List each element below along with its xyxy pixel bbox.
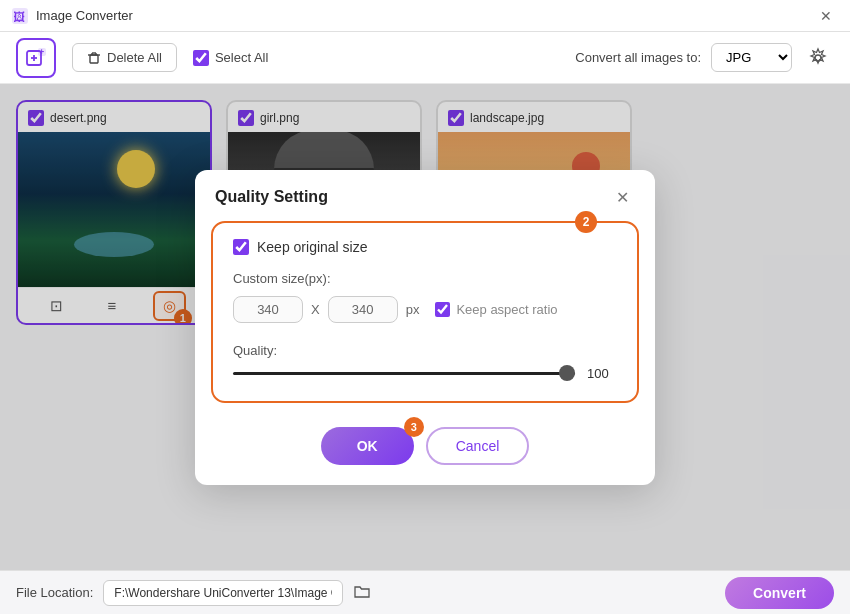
app-icon: 🖼: [12, 8, 28, 24]
keep-aspect-row: Keep aspect ratio: [435, 302, 557, 317]
size-height-input[interactable]: [328, 296, 398, 323]
toolbar-right: Convert all images to: JPG PNG BMP WEBP …: [575, 42, 834, 74]
keep-original-size-row: Keep original size: [233, 239, 617, 255]
modal-panel: 2 Keep original size Custom size(px): X …: [211, 221, 639, 403]
window-close-button[interactable]: ✕: [814, 6, 838, 26]
custom-size-label: Custom size(px):: [233, 271, 617, 286]
keep-original-size-label: Keep original size: [257, 239, 368, 255]
modal-close-button[interactable]: ✕: [610, 186, 635, 209]
keep-aspect-label: Keep aspect ratio: [456, 302, 557, 317]
folder-icon: [353, 582, 371, 600]
select-all-checkbox[interactable]: Select All: [193, 50, 268, 66]
select-all-label: Select All: [215, 50, 268, 65]
delete-all-button[interactable]: Delete All: [72, 43, 177, 72]
modal-overlay: Quality Setting ✕ 2 Keep original size C…: [0, 84, 850, 570]
add-image-button[interactable]: +: [16, 38, 56, 78]
cancel-button[interactable]: Cancel: [426, 427, 530, 465]
quality-value: 100: [587, 366, 617, 381]
size-inputs-row: X px Keep aspect ratio: [233, 296, 617, 323]
file-location-label: File Location:: [16, 585, 93, 600]
toolbar: + Delete All Select All Convert all imag…: [0, 32, 850, 84]
file-location-input[interactable]: [103, 580, 343, 606]
ok-button[interactable]: OK: [321, 427, 414, 465]
select-all-input[interactable]: [193, 50, 209, 66]
size-px-label: px: [406, 302, 420, 317]
add-icon: +: [25, 47, 47, 69]
format-select[interactable]: JPG PNG BMP WEBP GIF: [711, 43, 792, 72]
convert-button[interactable]: Convert: [725, 577, 834, 609]
keep-original-size-checkbox[interactable]: [233, 239, 249, 255]
settings-button[interactable]: [802, 42, 834, 74]
ok-btn-wrapper: OK 3: [321, 427, 414, 465]
size-width-input[interactable]: [233, 296, 303, 323]
panel-badge-2: 2: [575, 211, 597, 233]
delete-all-label: Delete All: [107, 50, 162, 65]
open-folder-button[interactable]: [353, 582, 371, 604]
svg-text:+: +: [39, 47, 44, 57]
quality-label: Quality:: [233, 343, 617, 358]
quality-slider[interactable]: [233, 372, 575, 375]
modal-buttons: OK 3 Cancel: [195, 419, 655, 485]
svg-rect-7: [90, 55, 98, 63]
trash-icon: [87, 51, 101, 65]
title-bar: 🖼 Image Converter ✕: [0, 0, 850, 32]
title-bar-left: 🖼 Image Converter: [12, 8, 133, 24]
settings-icon: [807, 47, 829, 69]
footer: File Location: Convert: [0, 570, 850, 614]
quality-modal: Quality Setting ✕ 2 Keep original size C…: [195, 170, 655, 485]
convert-all-label: Convert all images to:: [575, 50, 701, 65]
app-title: Image Converter: [36, 8, 133, 23]
keep-aspect-checkbox[interactable]: [435, 302, 450, 317]
quality-row: 100: [233, 366, 617, 381]
main-content: desert.png ⊡ ≡ ◎ 1 girl.png: [0, 84, 850, 570]
size-x-label: X: [311, 302, 320, 317]
ok-badge-3: 3: [404, 417, 424, 437]
modal-title: Quality Setting: [215, 188, 328, 206]
svg-text:🖼: 🖼: [13, 10, 25, 24]
